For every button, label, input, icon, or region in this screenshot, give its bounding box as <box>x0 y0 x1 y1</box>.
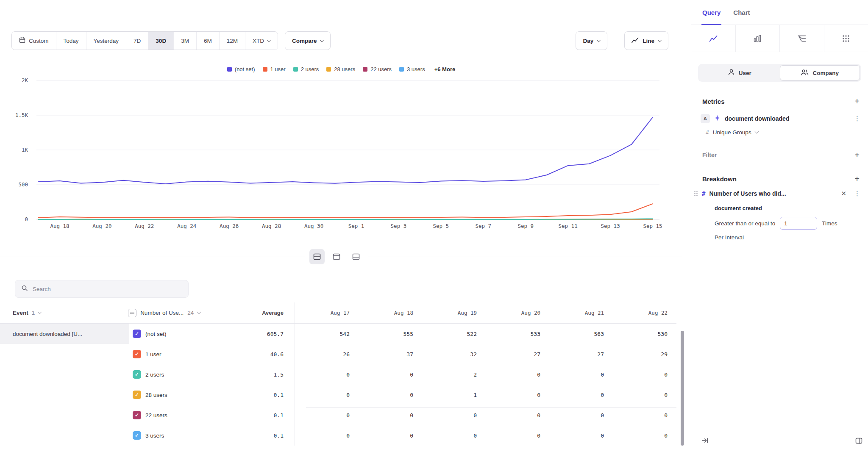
cell-value: 0 <box>537 432 540 439</box>
svg-text:Aug 26: Aug 26 <box>220 223 239 229</box>
company-segment[interactable]: Company <box>780 65 860 80</box>
split-view-toggle[interactable] <box>309 249 325 264</box>
table-row[interactable]: ✓ 22 users 0.1 000000 <box>0 405 676 425</box>
search-input[interactable] <box>33 286 182 292</box>
tab-chart[interactable]: Chart <box>733 0 750 25</box>
breakdown-heading: Breakdown <box>702 175 737 183</box>
range-today-button[interactable]: Today <box>56 32 86 50</box>
select-all-checkbox[interactable] <box>128 309 136 317</box>
range-12m-button[interactable]: 12M <box>219 32 245 50</box>
date-column-header[interactable]: Aug 17 <box>295 302 359 323</box>
average-value: 605.7 <box>267 331 284 337</box>
average-value: 40.6 <box>270 351 284 358</box>
granularity-button[interactable]: Day <box>576 31 607 50</box>
range-3m-button[interactable]: 3M <box>173 32 196 50</box>
table-row[interactable]: ✓ 3 users 0.1 000000 <box>0 425 676 446</box>
chart-type-button[interactable]: Line <box>624 31 668 50</box>
svg-text:Sep 5: Sep 5 <box>433 223 449 229</box>
cell-value: 563 <box>594 331 604 337</box>
range-xtd-button[interactable]: XTD <box>245 32 278 50</box>
date-column-header[interactable]: Aug 22 <box>613 302 676 323</box>
cell-value: 0 <box>410 432 413 439</box>
table-row[interactable]: ✓ 1 user 40.6 263732272729 <box>0 344 676 364</box>
cell-value: 0 <box>664 392 668 398</box>
series-checkbox[interactable]: ✓ <box>133 391 141 399</box>
breakdown-kebab-icon[interactable]: ⋮ <box>852 190 862 197</box>
series-checkbox[interactable]: ✓ <box>133 411 141 419</box>
add-metric-button[interactable]: + <box>854 97 860 105</box>
series-checkbox[interactable]: ✓ <box>133 330 141 338</box>
table-row[interactable]: document downloaded [U... ✓ (not set) 60… <box>0 324 676 344</box>
vertical-scrollbar[interactable] <box>681 331 684 446</box>
table-row[interactable]: ✓ 28 users 0.1 001000 <box>0 385 676 405</box>
search-icon <box>21 285 28 293</box>
panel-footer <box>691 437 868 449</box>
number-icon: # <box>706 129 709 136</box>
chevron-down-icon <box>597 38 601 42</box>
metrics-heading: Metrics <box>702 98 725 105</box>
series-column-header[interactable]: Number of Use... 24 <box>125 302 228 323</box>
range-30d-button[interactable]: 30D <box>148 32 173 50</box>
cell-value: 27 <box>534 351 540 358</box>
event-column-header[interactable]: Event 1 <box>0 302 125 323</box>
date-column-header[interactable]: Aug 20 <box>486 302 549 323</box>
chart-only-toggle[interactable] <box>329 249 344 264</box>
flow-chart-type-tab[interactable] <box>780 25 824 52</box>
series-label: 28 users <box>145 392 167 398</box>
series-checkbox[interactable]: ✓ <box>133 350 141 358</box>
chart-type-label: Line <box>643 38 654 44</box>
series-count: 24 <box>187 310 194 316</box>
range-7d-button[interactable]: 7D <box>126 32 148 50</box>
average-column-header: Average <box>228 302 295 323</box>
cell-value: 0 <box>537 371 540 378</box>
date-column-header[interactable]: Aug 19 <box>422 302 486 323</box>
range-custom-button[interactable]: Custom <box>12 32 56 50</box>
measure-dropdown[interactable]: # Unique Groups <box>706 129 862 136</box>
table-header-row: Event 1 Number of Use... 24 Average Aug … <box>0 302 676 324</box>
series-checkbox[interactable]: ✓ <box>133 431 141 440</box>
table-only-toggle[interactable] <box>348 249 364 264</box>
chevron-down-icon <box>658 38 662 42</box>
granularity-label: Day <box>583 38 593 44</box>
search-box[interactable] <box>15 280 189 298</box>
compare-button[interactable]: Compare <box>285 31 331 50</box>
metric-kebab-icon[interactable]: ⋮ <box>852 115 862 122</box>
bar-chart-type-tab[interactable] <box>736 25 780 52</box>
threshold-input[interactable] <box>780 217 817 230</box>
user-segment[interactable]: User <box>699 65 780 80</box>
line-chart-type-tab[interactable] <box>691 25 736 52</box>
date-range-group: CustomTodayYesterday7D30D3M6M12MXTD <box>11 31 278 50</box>
grid-chart-type-tab[interactable] <box>824 25 868 52</box>
svg-text:Aug 28: Aug 28 <box>262 223 281 229</box>
event-row[interactable]: document downloaded [U... <box>0 324 129 344</box>
condition-label: Greater than or equal to <box>715 220 775 227</box>
range-6m-button[interactable]: 6M <box>196 32 219 50</box>
cell-value: 0 <box>664 371 668 378</box>
chevron-down-icon <box>38 310 42 314</box>
series-checkbox[interactable]: ✓ <box>133 370 141 379</box>
close-icon[interactable]: ✕ <box>839 190 849 197</box>
drag-handle-icon[interactable] <box>694 191 698 197</box>
main-area: CustomTodayYesterday7D30D3M6M12MXTD Comp… <box>0 0 691 449</box>
collapse-panel-icon[interactable] <box>701 437 709 444</box>
series-header-label: Number of Use... <box>140 310 184 316</box>
svg-text:Aug 18: Aug 18 <box>50 223 69 229</box>
table-row[interactable]: ✓ 2 users 1.5 002000 <box>0 364 676 385</box>
date-column-header[interactable]: Aug 21 <box>549 302 613 323</box>
per-interval-label: Per Interval <box>715 234 862 241</box>
sparkle-icon <box>714 115 721 123</box>
add-breakdown-button[interactable]: + <box>854 175 860 183</box>
tab-query[interactable]: Query <box>702 0 721 25</box>
metric-card[interactable]: A document downloaded ⋮ # Unique Groups <box>691 105 868 136</box>
range-yesterday-button[interactable]: Yesterday <box>86 32 126 50</box>
date-column-header[interactable]: Aug 18 <box>359 302 422 323</box>
user-icon <box>728 69 735 77</box>
cell-value: 32 <box>470 351 477 358</box>
line-chart[interactable]: 05001K1.5K2KAug 18Aug 20Aug 22Aug 24Aug … <box>0 55 682 237</box>
average-value: 0.1 <box>274 432 284 439</box>
cell-value: 37 <box>406 351 413 358</box>
svg-text:Aug 24: Aug 24 <box>177 223 196 229</box>
cell-value: 1 <box>473 392 477 398</box>
sidebar-layout-icon[interactable] <box>855 438 862 444</box>
add-filter-button[interactable]: + <box>854 151 860 159</box>
